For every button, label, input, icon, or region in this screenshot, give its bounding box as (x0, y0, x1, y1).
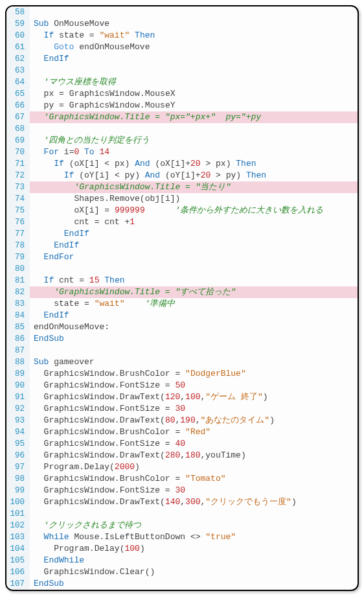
code-editor[interactable]: 5859Sub OnMouseMove60 If state = "wait" … (5, 5, 359, 591)
code-content[interactable]: While Mouse.IsLeftButtonDown <> "true" (30, 531, 358, 543)
line-number: 72 (6, 170, 30, 181)
code-content[interactable]: GraphicsWindow.FontSize = 30 (30, 485, 358, 496)
code-content[interactable]: Goto endOnMouseMove (30, 41, 358, 53)
code-line[interactable]: 105 EndWhile (6, 555, 358, 566)
code-content[interactable]: cnt = cnt +1 (30, 216, 358, 228)
line-number: 105 (6, 555, 30, 566)
code-line[interactable]: 85endOnMouseMove: (6, 321, 358, 333)
code-content[interactable]: GraphicsWindow.BrushColor = "DodgerBlue" (30, 368, 358, 380)
code-line[interactable]: 100 GraphicsWindow.DrawText(140,300,"クリッ… (6, 496, 358, 508)
code-line[interactable]: 106 GraphicsWindow.Clear() (6, 566, 358, 578)
code-content[interactable]: If (oY[i] < py) And (oY[i]+20 > py) Then (30, 170, 358, 181)
code-content[interactable]: GraphicsWindow.BrushColor = "Tomato" (30, 473, 358, 485)
code-content[interactable]: EndIf (30, 310, 358, 321)
code-content[interactable]: EndIf (30, 53, 358, 65)
code-line[interactable]: 70 For i=0 To 14 (6, 146, 358, 158)
code-line[interactable]: 64 'マウス座標を取得 (6, 76, 358, 88)
code-content[interactable]: GraphicsWindow.BrushColor = "Red" (30, 426, 358, 438)
code-line[interactable]: 65 px = GraphicsWindow.MouseX (6, 88, 358, 100)
code-content[interactable]: If state = "wait" Then (30, 30, 358, 41)
code-content[interactable]: EndIf (30, 228, 358, 240)
code-content[interactable]: 'GraphicsWindow.Title = "すべて拾った" (30, 286, 358, 298)
code-line[interactable]: 98 GraphicsWindow.BrushColor = "Tomato" (6, 473, 358, 485)
code-line[interactable]: 87 (6, 345, 358, 356)
code-line[interactable]: 73 'GraphicsWindow.Title = "当たり" (6, 181, 358, 193)
code-line[interactable]: 60 If state = "wait" Then (6, 30, 358, 41)
code-content[interactable]: EndWhile (30, 555, 358, 566)
code-line[interactable]: 84 EndIf (6, 310, 358, 321)
code-line[interactable]: 88Sub gameover (6, 356, 358, 368)
code-content[interactable]: For i=0 To 14 (30, 146, 358, 158)
code-content[interactable]: EndFor (30, 251, 358, 263)
code-content[interactable]: EndIf (30, 240, 358, 251)
code-content[interactable]: GraphicsWindow.Clear() (30, 566, 358, 578)
code-content[interactable]: GraphicsWindow.FontSize = 50 (30, 380, 358, 391)
code-line[interactable]: 103 While Mouse.IsLeftButtonDown <> "tru… (6, 531, 358, 543)
code-content[interactable]: 'クリックされるまで待つ (30, 520, 358, 531)
line-number: 95 (6, 438, 30, 450)
code-content[interactable]: Sub OnMouseMove (30, 18, 358, 30)
code-line[interactable]: 78 EndIf (6, 240, 358, 251)
code-line[interactable]: 95 GraphicsWindow.FontSize = 40 (6, 438, 358, 450)
code-line[interactable]: 76 cnt = cnt +1 (6, 216, 358, 228)
code-line[interactable]: 83 state = "wait" '準備中 (6, 298, 358, 310)
code-line[interactable]: 107EndSub (6, 578, 358, 590)
code-line[interactable]: 75 oX[i] = 999999 '条件から外すために大きい数を入れる (6, 205, 358, 216)
code-line[interactable]: 66 py = GraphicsWindow.MouseY (6, 100, 358, 111)
code-line[interactable]: 86EndSub (6, 333, 358, 345)
code-line[interactable]: 79 EndFor (6, 251, 358, 263)
code-line[interactable]: 68 (6, 123, 358, 135)
code-line[interactable]: 96 GraphicsWindow.DrawText(280,180,youTi… (6, 450, 358, 461)
code-line[interactable]: 59Sub OnMouseMove (6, 18, 358, 30)
code-line[interactable]: 94 GraphicsWindow.BrushColor = "Red" (6, 426, 358, 438)
code-line[interactable]: 93 GraphicsWindow.DrawText(80,190,"あなたのタ… (6, 415, 358, 426)
code-line[interactable]: 99 GraphicsWindow.FontSize = 30 (6, 485, 358, 496)
code-line[interactable]: 101 (6, 508, 358, 520)
code-content[interactable]: Shapes.Remove(obj[i]) (30, 193, 358, 205)
code-line[interactable]: 92 GraphicsWindow.FontSize = 30 (6, 403, 358, 415)
code-content[interactable]: 'GraphicsWindow.Title = "px="+px+" py="+… (30, 111, 358, 123)
code-line[interactable]: 71 If (oX[i] < px) And (oX[i]+20 > px) T… (6, 158, 358, 170)
code-line[interactable]: 89 GraphicsWindow.BrushColor = "DodgerBl… (6, 368, 358, 380)
code-content[interactable]: GraphicsWindow.DrawText(280,180,youTime) (30, 450, 358, 461)
code-content[interactable]: Program.Delay(2000) (30, 461, 358, 473)
code-content[interactable]: GraphicsWindow.DrawText(140,300,"クリックでもう… (30, 496, 358, 508)
code-line[interactable]: 72 If (oY[i] < py) And (oY[i]+20 > py) T… (6, 170, 358, 181)
code-line[interactable]: 77 EndIf (6, 228, 358, 240)
code-line[interactable]: 91 GraphicsWindow.DrawText(120,100,"ゲーム … (6, 391, 358, 403)
code-line[interactable]: 81 If cnt = 15 Then (6, 275, 358, 286)
code-line[interactable]: 80 (6, 263, 358, 275)
code-content[interactable]: GraphicsWindow.DrawText(80,190,"あなたのタイム"… (30, 415, 358, 426)
code-content[interactable]: EndSub (30, 578, 358, 590)
code-content[interactable]: px = GraphicsWindow.MouseX (30, 88, 358, 100)
code-content[interactable]: GraphicsWindow.FontSize = 40 (30, 438, 358, 450)
code-line[interactable]: 82 'GraphicsWindow.Title = "すべて拾った" (6, 286, 358, 298)
code-content[interactable]: GraphicsWindow.DrawText(120,100,"ゲーム 終了"… (30, 391, 358, 403)
code-line[interactable]: 69 '四角との当たり判定を行う (6, 135, 358, 146)
code-content[interactable]: py = GraphicsWindow.MouseY (30, 100, 358, 111)
code-content[interactable]: 'GraphicsWindow.Title = "当たり" (30, 181, 358, 193)
code-content[interactable]: Sub gameover (30, 356, 358, 368)
code-content[interactable]: If cnt = 15 Then (30, 275, 358, 286)
code-line[interactable]: 58 (6, 6, 358, 18)
code-line[interactable]: 63 (6, 65, 358, 76)
code-line[interactable]: 90 GraphicsWindow.FontSize = 50 (6, 380, 358, 391)
code-content[interactable]: Program.Delay(100) (30, 543, 358, 555)
line-number: 100 (6, 496, 30, 508)
code-line[interactable]: 102 'クリックされるまで待つ (6, 520, 358, 531)
code-line[interactable]: 104 Program.Delay(100) (6, 543, 358, 555)
code-line[interactable]: 97 Program.Delay(2000) (6, 461, 358, 473)
code-content[interactable]: If (oX[i] < px) And (oX[i]+20 > px) Then (30, 158, 358, 170)
code-content[interactable]: '四角との当たり判定を行う (30, 135, 358, 146)
code-line[interactable]: 67 'GraphicsWindow.Title = "px="+px+" py… (6, 111, 358, 123)
code-content[interactable]: EndSub (30, 333, 358, 345)
code-line[interactable]: 62 EndIf (6, 53, 358, 65)
code-line[interactable]: 74 Shapes.Remove(obj[i]) (6, 193, 358, 205)
code-content[interactable]: state = "wait" '準備中 (30, 298, 358, 310)
code-content[interactable]: GraphicsWindow.FontSize = 30 (30, 403, 358, 415)
code-content[interactable]: endOnMouseMove: (30, 321, 358, 333)
code-line[interactable]: 61 Goto endOnMouseMove (6, 41, 358, 53)
line-number: 77 (6, 228, 30, 240)
code-content[interactable]: 'マウス座標を取得 (30, 76, 358, 88)
code-content[interactable]: oX[i] = 999999 '条件から外すために大きい数を入れる (30, 205, 358, 216)
